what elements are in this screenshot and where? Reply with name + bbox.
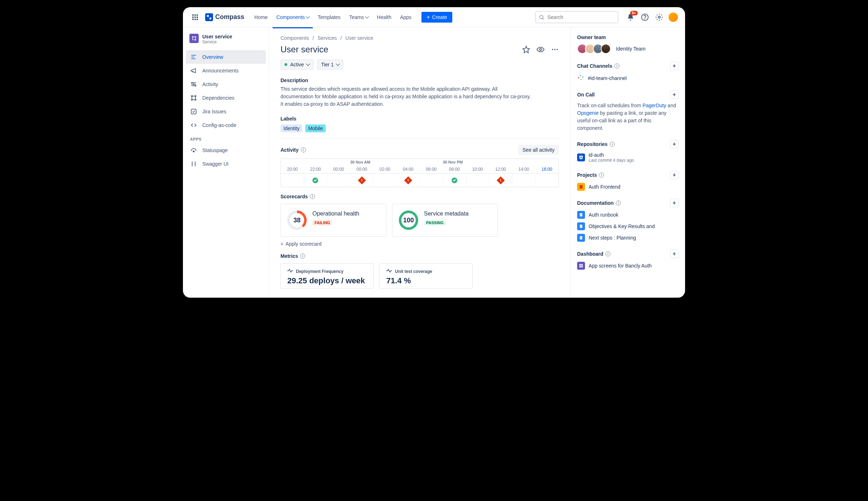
page-title: User service [280, 44, 328, 55]
timeline-period: 30 Nov AM [350, 159, 443, 165]
search-input[interactable] [547, 14, 615, 20]
add-oncall-button[interactable]: + [670, 90, 679, 99]
slack-icon [577, 74, 584, 82]
team-name: Identity Team [616, 46, 646, 52]
settings-button[interactable] [654, 12, 664, 22]
status-dropdown[interactable]: Active [280, 60, 313, 70]
add-chat-button[interactable]: + [670, 62, 679, 70]
app-switcher-icon[interactable] [190, 12, 200, 22]
info-icon[interactable]: i [610, 142, 615, 147]
timeline-hour: 06:00 [420, 165, 443, 173]
owner-team-row[interactable]: Identity Team [577, 44, 679, 54]
doc-item[interactable]: Auth runbook [577, 211, 679, 219]
timeline-cell [420, 174, 443, 187]
sidebar-item-activity[interactable]: Activity [186, 77, 266, 91]
scorecard[interactable]: 100Service metadataPASSING [392, 204, 498, 237]
notifications-button[interactable]: 9+ [626, 12, 636, 22]
timeline-cell [489, 174, 513, 187]
sidebar-app-swagger[interactable]: Swagger UI [186, 157, 266, 171]
scorecard[interactable]: 38Operational healthFAILING [280, 204, 386, 237]
breadcrumb-item[interactable]: Services [317, 35, 337, 41]
watch-icon[interactable] [537, 46, 544, 53]
sidebar-item-dependencies[interactable]: Dependencies [186, 91, 266, 105]
svg-point-19 [191, 99, 192, 100]
metric-value: 29.25 deploys / week [287, 276, 367, 285]
star-icon[interactable] [522, 46, 530, 53]
sidebar-item-overview[interactable]: Overview [186, 50, 266, 64]
error-event-icon[interactable] [497, 176, 505, 184]
repo-item[interactable]: id-authLast commit 4 days ago [577, 152, 679, 163]
nav-home[interactable]: Home [251, 12, 271, 22]
info-icon[interactable]: i [301, 147, 306, 152]
breadcrumb-item[interactable]: Components [280, 35, 309, 41]
right-panel: Owner team Identity Team Chat Channelsi+… [570, 27, 685, 298]
timeline-cell [397, 174, 420, 187]
doc-icon [577, 211, 585, 219]
timeline-hour: 04:00 [397, 165, 420, 173]
metric-card[interactable]: Unit test coverage71.4 % [379, 263, 473, 289]
timeline-period: 30 Nov PM [443, 159, 559, 165]
svg-point-24 [539, 48, 542, 51]
sidebar-subtitle: Service [202, 39, 232, 44]
nav-templates[interactable]: Templates [314, 12, 344, 22]
chat-channel-item[interactable]: #id-team-channel [577, 74, 679, 82]
sidebar-item-jira[interactable]: Jira Issues [186, 105, 266, 118]
nav-teams[interactable]: Teams [346, 12, 372, 22]
info-icon[interactable]: i [614, 63, 619, 68]
sidebar-item-announcements[interactable]: Announcements [186, 64, 266, 77]
label-chip[interactable]: Identity [280, 124, 302, 132]
add-dashboard-button[interactable]: + [670, 250, 679, 258]
svg-point-18 [195, 95, 196, 96]
add-project-button[interactable]: + [670, 171, 679, 179]
metric-card[interactable]: Deployment Frequency29.25 deploys / week [280, 263, 374, 289]
timeline-cell [350, 174, 374, 187]
sidebar-app-statuspage[interactable]: Statuspage [186, 143, 266, 157]
svg-point-7 [195, 39, 196, 41]
error-event-icon[interactable] [404, 176, 412, 184]
oncall-label: On Call [577, 92, 595, 98]
success-event-icon[interactable] [452, 178, 457, 183]
nav-apps[interactable]: Apps [396, 12, 415, 22]
nav-components[interactable]: Components [273, 12, 312, 22]
svg-point-5 [192, 37, 193, 38]
sidebar-item-config[interactable]: Config-as-code [186, 118, 266, 132]
svg-point-20 [195, 99, 196, 100]
opsgenie-link[interactable]: Opsgenie [577, 110, 599, 116]
scorecard-title: Service metadata [424, 211, 469, 217]
see-all-activity-button[interactable]: See all activity [518, 145, 559, 155]
info-icon[interactable]: i [616, 200, 621, 205]
metric-title: Deployment Frequency [296, 269, 344, 274]
create-button[interactable]: +Create [421, 12, 452, 23]
add-repo-button[interactable]: + [670, 140, 679, 148]
scorecard-title: Operational health [312, 211, 359, 217]
nav-health[interactable]: Health [373, 12, 395, 22]
info-icon[interactable]: i [300, 254, 305, 259]
help-button[interactable] [640, 12, 650, 22]
doc-item[interactable]: Next steps : Planning [577, 234, 679, 242]
activity-heading: Activityi [280, 147, 306, 153]
tier-dropdown[interactable]: Tier 1 [317, 60, 343, 70]
label-chip[interactable]: Mobile [305, 124, 326, 132]
svg-rect-41 [579, 264, 581, 265]
svg-point-17 [191, 95, 192, 96]
svg-point-3 [645, 19, 645, 19]
dashboard-item[interactable]: App screens for Bancly Auth [577, 262, 679, 270]
search-box[interactable] [535, 11, 618, 23]
component-icon [189, 34, 199, 43]
doc-item[interactable]: Objectives & Key Results and [577, 222, 679, 230]
more-icon[interactable] [551, 46, 559, 53]
info-icon[interactable]: i [599, 172, 604, 178]
user-avatar[interactable] [669, 13, 678, 22]
info-icon[interactable]: i [605, 251, 610, 256]
add-doc-button[interactable]: + [670, 199, 679, 207]
product-logo[interactable]: Compass [205, 13, 244, 21]
apply-scorecard-link[interactable]: +Apply scorecard [280, 241, 559, 247]
error-event-icon[interactable] [358, 176, 366, 184]
metrics-heading: Metricsi [280, 253, 305, 259]
success-event-icon[interactable] [312, 178, 318, 183]
sidebar-header: User service Service [186, 34, 266, 50]
info-icon[interactable]: i [310, 194, 315, 199]
pagerduty-link[interactable]: PagerDuty [642, 103, 666, 108]
scorecards-heading: Scorecardsi [280, 194, 315, 199]
project-item[interactable]: Auth Frontend [577, 183, 679, 191]
